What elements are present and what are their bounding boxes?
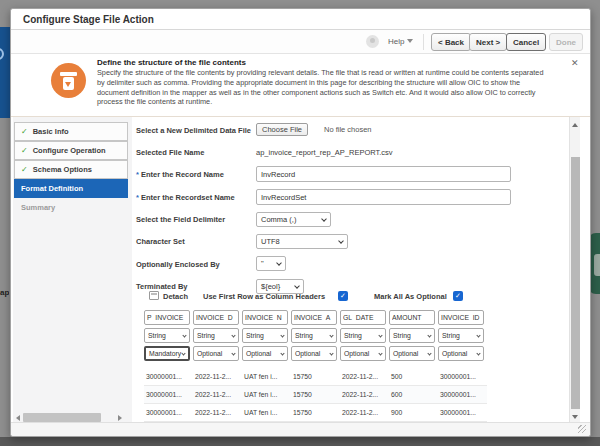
content-vertical-scrollbar[interactable] xyxy=(569,117,580,424)
stage-file-icon xyxy=(51,63,86,98)
train-horizontal-scrollbar[interactable] xyxy=(14,413,130,422)
background-nav-strip xyxy=(0,27,10,118)
chevron-down-icon xyxy=(427,351,431,355)
selected-file-label: Selected File Name xyxy=(136,148,204,157)
check-icon: ✓ xyxy=(21,146,28,155)
dialog-toolbar: Help < Back Next > Cancel Done xyxy=(11,30,590,54)
required-marker: * xyxy=(136,170,139,179)
step-format-definition[interactable]: Format Definition xyxy=(14,179,128,198)
chevron-down-icon xyxy=(407,39,413,43)
step-summary[interactable]: Summary xyxy=(14,198,128,217)
required-marker: * xyxy=(136,193,139,202)
character-set-select[interactable]: UTF8 xyxy=(256,234,348,249)
recordset-name-input[interactable] xyxy=(256,189,511,205)
detach-button[interactable]: Detach xyxy=(163,292,188,301)
field-delimiter-select[interactable]: Comma (,) xyxy=(256,212,331,227)
chevron-down-icon xyxy=(294,283,300,289)
choose-file-button[interactable]: Choose File xyxy=(256,123,308,136)
next-button[interactable]: Next > xyxy=(469,33,507,51)
column-type-select[interactable]: String xyxy=(291,328,337,343)
column-type-select[interactable]: String xyxy=(340,328,386,343)
column-type-select[interactable]: String xyxy=(438,328,484,343)
column-name-input[interactable] xyxy=(340,310,386,325)
scroll-down-icon[interactable] xyxy=(572,415,578,419)
resize-handle-icon[interactable] xyxy=(578,425,586,433)
chevron-down-icon xyxy=(321,216,327,222)
detach-icon[interactable] xyxy=(149,291,159,300)
scroll-left-icon[interactable] xyxy=(16,415,20,421)
column-name-input[interactable] xyxy=(438,310,484,325)
help-menu[interactable]: Help xyxy=(388,37,413,46)
field-definition-grid: String Mandatory String Optional String … xyxy=(144,306,496,424)
step-label: Configure Operation xyxy=(33,146,106,155)
chevron-down-icon xyxy=(378,333,382,337)
check-icon: ✓ xyxy=(21,127,28,136)
grid-column: String Optional xyxy=(438,306,484,364)
check-icon: ✓ xyxy=(21,165,28,174)
stage-file-dialog: Configure Stage File Action Help < Back … xyxy=(10,8,591,437)
scrollbar-thumb[interactable] xyxy=(571,157,580,409)
selected-file-value: ap_invoice_report_rep_AP_REPORT.csv xyxy=(256,148,393,157)
mark-all-optional-label: Mark All As Optional xyxy=(374,292,447,301)
chevron-down-icon xyxy=(181,351,185,355)
column-type-select[interactable]: String xyxy=(242,328,288,343)
column-name-input[interactable] xyxy=(242,310,288,325)
grid-rows: 30000001...2022-11-2...UAT fen i...15750… xyxy=(144,368,496,424)
column-name-input[interactable] xyxy=(389,310,435,325)
column-optionality-select[interactable]: Optional xyxy=(242,346,288,361)
scroll-right-icon[interactable] xyxy=(118,415,122,421)
grid-columns: String Mandatory String Optional String … xyxy=(144,306,496,364)
close-icon[interactable]: ✕ xyxy=(571,58,579,68)
table-row[interactable]: 30000001...2022-11-2...UAT fen i...15750… xyxy=(144,368,487,386)
column-type-select[interactable]: String xyxy=(193,328,239,343)
column-type-select[interactable]: String xyxy=(144,328,190,343)
column-type-select[interactable]: String xyxy=(389,328,435,343)
record-name-label: *Enter the Record Name xyxy=(136,170,224,179)
column-optionality-select[interactable]: Mandatory xyxy=(144,346,190,361)
done-button[interactable]: Done xyxy=(549,33,583,51)
column-name-input[interactable] xyxy=(291,310,337,325)
first-row-header-label: Use First Row as Column Headers xyxy=(203,292,325,301)
grid-column: String Optional xyxy=(193,306,239,364)
user-avatar-icon[interactable] xyxy=(366,35,379,48)
chevron-down-icon xyxy=(427,333,431,337)
step-configure-operation[interactable]: ✓Configure Operation xyxy=(14,141,128,160)
step-label: Schema Options xyxy=(33,165,92,174)
cancel-button[interactable]: Cancel xyxy=(506,33,546,51)
column-name-input[interactable] xyxy=(193,310,239,325)
column-optionality-select[interactable]: Optional xyxy=(340,346,386,361)
grid-column: String Optional xyxy=(340,306,386,364)
info-banner: Define the structure of the file content… xyxy=(11,55,590,117)
scroll-up-icon[interactable] xyxy=(572,123,578,127)
enclosed-by-select[interactable]: " xyxy=(256,256,286,271)
mark-all-optional-checkbox[interactable]: ✓ xyxy=(453,291,463,301)
first-row-header-checkbox[interactable]: ✓ xyxy=(338,291,348,301)
toolbar-divider xyxy=(423,34,424,50)
chevron-down-icon xyxy=(476,333,480,337)
back-button[interactable]: < Back xyxy=(431,33,471,51)
chevron-down-icon xyxy=(182,333,186,337)
step-train: ✓Basic Info ✓Configure Operation ✓Schema… xyxy=(13,117,132,424)
chevron-down-icon xyxy=(329,333,333,337)
chevron-down-icon xyxy=(231,351,235,355)
scrollbar-thumb[interactable] xyxy=(23,413,101,422)
step-schema-options[interactable]: ✓Schema Options xyxy=(14,160,128,179)
enclosed-by-label: Optionally Enclosed By xyxy=(136,260,220,269)
record-name-input[interactable] xyxy=(256,166,511,182)
chevron-down-icon xyxy=(378,351,382,355)
column-name-input[interactable] xyxy=(144,310,190,325)
table-row[interactable]: 30000001...2022-11-2...UAT fen i...15750… xyxy=(144,404,487,422)
chevron-down-icon xyxy=(276,260,282,266)
help-label: Help xyxy=(388,37,404,46)
grid-column: String Optional xyxy=(291,306,337,364)
column-optionality-select[interactable]: Optional xyxy=(193,346,239,361)
table-row[interactable]: 30000001...2022-11-2...UAT fen i...15750… xyxy=(144,386,487,404)
column-optionality-select[interactable]: Optional xyxy=(291,346,337,361)
file-picker-label: Select a New Delimited Data File xyxy=(136,126,251,135)
chevron-down-icon xyxy=(231,333,235,337)
step-basic-info[interactable]: ✓Basic Info xyxy=(14,122,128,141)
background-bottom-strip xyxy=(0,437,600,446)
column-optionality-select[interactable]: Optional xyxy=(389,346,435,361)
terminated-by-label: Terminated By xyxy=(136,282,188,291)
column-optionality-select[interactable]: Optional xyxy=(438,346,484,361)
